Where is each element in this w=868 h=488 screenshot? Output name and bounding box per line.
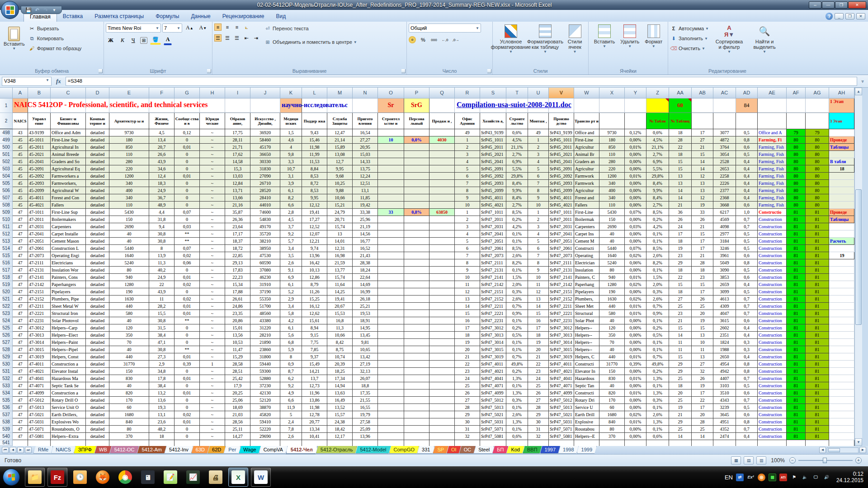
cell-J538[interactable]: 59410 — [250, 418, 280, 426]
number-dialog-launcher[interactable] — [487, 69, 491, 73]
cell-Z505[interactable]: 8,4% — [646, 180, 669, 187]
cell-C505[interactable]: Farmworkers, — [51, 180, 86, 187]
cell-G536[interactable]: 0 — [175, 404, 200, 411]
cell-G513[interactable]: ** — [175, 238, 200, 245]
cell-AC538[interactable]: 4951 — [713, 418, 736, 426]
cell-V515[interactable]: SrP47_2073 — [549, 252, 574, 259]
cell-G517[interactable]: 0 — [175, 267, 200, 274]
cell-C540[interactable]: Helpers--Extra — [51, 433, 86, 440]
cell-U523[interactable]: 15 — [528, 310, 549, 317]
cell-M530[interactable]: 20,39 — [327, 361, 353, 368]
cell-L525[interactable]: 8,94 — [302, 324, 327, 332]
cell-J501[interactable]: 36650 — [250, 151, 280, 158]
taskbar-icon-chrome[interactable]: ◉ — [115, 468, 135, 487]
cell-AA529[interactable]: 15 — [669, 353, 692, 361]
cell-C498[interactable]: Office and Adm — [51, 129, 86, 136]
cell-X514[interactable]: 5440 — [599, 245, 625, 252]
cell-U518[interactable]: 10 — [528, 274, 549, 281]
cell-AD513[interactable]: 0,5 — [736, 238, 758, 245]
cell-AB505[interactable]: 13 — [692, 180, 713, 187]
cell-AG523[interactable]: 81 — [806, 310, 829, 317]
cell-O524[interactable] — [378, 317, 404, 324]
cell-AH520[interactable] — [829, 288, 854, 296]
cell-Q537[interactable] — [429, 411, 455, 418]
cell-D517[interactable]: detailed — [86, 267, 109, 274]
cell-L510[interactable]: 17,27 — [302, 216, 327, 223]
cell-J502[interactable]: 30330 — [250, 158, 280, 165]
cell-L516[interactable]: 16,42 — [302, 259, 327, 267]
format-as-table-button[interactable]: Форматировать как таблицу▼ — [528, 23, 562, 55]
cell-U535[interactable]: 27 — [528, 397, 549, 404]
cell-K529[interactable]: 8 — [280, 353, 302, 361]
cell-AC523[interactable]: 4047 — [713, 310, 736, 317]
cell-K527[interactable]: 6,8 — [280, 339, 302, 346]
cell-V534[interactable]: SrP47_4099 — [549, 389, 574, 397]
close-button[interactable]: ✕ — [848, 1, 866, 9]
cell-AH527[interactable] — [829, 339, 854, 346]
flag-icon[interactable]: ⚑ — [790, 474, 798, 481]
cell-B537[interactable]: 47-5021 — [28, 411, 51, 418]
cell-L533[interactable]: 12,73 — [302, 382, 327, 389]
cell-O519[interactable] — [378, 281, 404, 288]
cell-Q521[interactable] — [429, 296, 455, 303]
cell-AA527[interactable]: 11 — [669, 339, 692, 346]
cell-N533[interactable]: 18,8 — [353, 382, 378, 389]
cell-AA507[interactable]: 14 — [669, 194, 692, 202]
cell-AC525[interactable]: 2602 — [713, 324, 736, 332]
row-header-528[interactable]: 528 — [0, 346, 13, 353]
cell-K514[interactable]: 3,4 — [280, 245, 302, 252]
cell-H535[interactable]: ~ — [200, 397, 225, 404]
cell-H501[interactable]: ~ — [200, 151, 225, 158]
cell-O517[interactable] — [378, 267, 404, 274]
cell-F537[interactable]: 13,1 — [149, 411, 175, 418]
cell-AC527[interactable]: 1824 — [713, 339, 736, 346]
cell-Q502[interactable] — [429, 158, 455, 165]
cell-E524[interactable]: 40 — [109, 317, 149, 324]
cell-G535[interactable]: 0 — [175, 397, 200, 404]
row-header-520[interactable]: 520 — [0, 288, 13, 296]
cell-K539[interactable]: 7,8 — [280, 426, 302, 433]
cell-AG534[interactable]: 81 — [806, 389, 829, 397]
cell-V520[interactable]: SrP47_2151 — [549, 288, 574, 296]
cell-J512[interactable]: 35720 — [250, 230, 280, 238]
cell-AA537[interactable]: 21 — [669, 411, 692, 418]
cell-AH512[interactable] — [829, 230, 854, 238]
cell-AE516[interactable]: Construction — [758, 259, 787, 267]
cell-AD512[interactable]: 0,5 — [736, 230, 758, 238]
cell-X519[interactable]: 1280 — [599, 281, 625, 288]
cell-AD498[interactable]: 0,5 — [736, 129, 758, 136]
cell-K524[interactable]: 4,2 — [280, 317, 302, 324]
header-cell-X[interactable] — [599, 113, 625, 129]
cell-AB513[interactable]: 17 — [692, 238, 713, 245]
cell-H521[interactable]: ~ — [200, 296, 225, 303]
cell-C514[interactable]: Construction L — [51, 245, 86, 252]
cell-F521[interactable]: 11 — [149, 296, 175, 303]
cell-J509[interactable]: 74600 — [250, 209, 280, 216]
sheet-tab-1997[interactable]: 1997 — [540, 446, 560, 454]
sheet-tab-БП[interactable]: БП — [492, 446, 508, 454]
cell-R531[interactable]: 23 — [455, 368, 480, 375]
cell-I503[interactable]: 15,3 — [225, 165, 250, 173]
cell-AE511[interactable]: Construction — [758, 223, 787, 230]
cell-AF507[interactable]: 80 — [787, 194, 806, 202]
cell-Y527[interactable]: 0,00% — [625, 339, 646, 346]
cell-AB498[interactable]: 17 — [692, 129, 713, 136]
cell-E520[interactable]: 190 — [109, 288, 149, 296]
cell-Q524[interactable] — [429, 317, 455, 324]
cell-N513[interactable]: 16,77 — [353, 238, 378, 245]
cell-U527[interactable]: 19 — [528, 339, 549, 346]
row-header-527[interactable]: 527 — [0, 339, 13, 346]
cell-AE520[interactable]: Construction — [758, 288, 787, 296]
cell-AA535[interactable]: 25 — [669, 397, 692, 404]
cell-R533[interactable]: 25 — [455, 382, 480, 389]
taskbar-icon-notes[interactable]: 📝 — [160, 468, 180, 487]
cell-G510[interactable]: 0 — [175, 216, 200, 223]
cell-V531[interactable]: SrP47_4021 — [549, 368, 574, 375]
cell-A502[interactable]: 45 — [13, 158, 28, 165]
cell-N510[interactable]: 25,96 — [353, 216, 378, 223]
cell-AD505[interactable]: 0,4 — [736, 180, 758, 187]
cell-AC516[interactable]: 5049 — [713, 259, 736, 267]
fill-button[interactable]: ⬇Заполнить▼ — [670, 33, 709, 43]
cell-L512[interactable]: 12,07 — [302, 230, 327, 238]
cell-K504[interactable]: 3,1 — [280, 173, 302, 180]
